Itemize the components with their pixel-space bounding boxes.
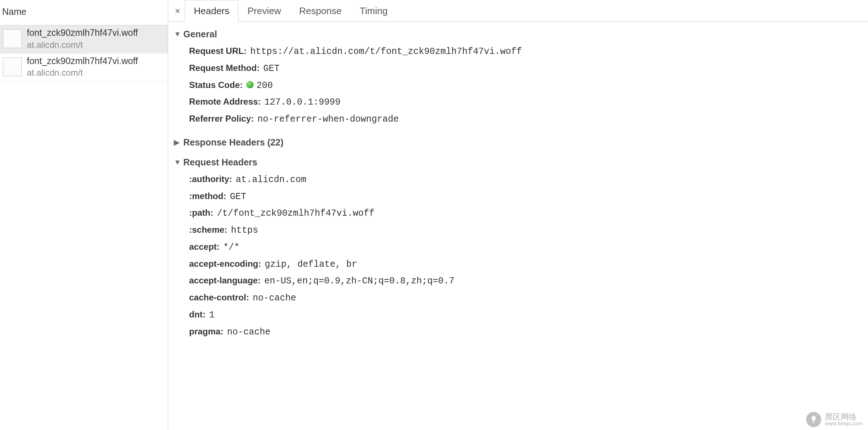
triangle-right-icon bbox=[174, 138, 180, 147]
kv-row: :authority at.alicdn.com bbox=[189, 171, 864, 188]
tab-response[interactable]: Response bbox=[290, 0, 351, 22]
headers-content: General Request URL https://at.alicdn.co… bbox=[168, 22, 868, 340]
kv-row: Referrer Policy no-referrer-when-downgra… bbox=[189, 111, 864, 128]
request-row[interactable]: font_zck90zmlh7hf47vi.woff at.alicdn.com… bbox=[0, 25, 168, 54]
kv-row: :scheme https bbox=[189, 222, 864, 239]
section-title: Request Headers bbox=[183, 157, 257, 168]
request-row[interactable]: font_zck90zmlh7hf47vi.woff at.alicdn.com… bbox=[0, 54, 168, 82]
kv-value: no-cache bbox=[253, 291, 296, 305]
section-request-headers: Request Headers :authority at.alicdn.com… bbox=[174, 157, 864, 341]
kv-key: Status Code bbox=[189, 78, 243, 92]
kv-row: cache-control no-cache bbox=[189, 290, 864, 307]
request-text: font_zck90zmlh7hf47vi.woff at.alicdn.com… bbox=[27, 56, 138, 78]
kv-value: https bbox=[231, 224, 258, 238]
kv-key: :authority bbox=[189, 172, 232, 186]
triangle-down-icon bbox=[174, 30, 180, 38]
triangle-down-icon bbox=[174, 158, 180, 166]
kv-key: accept-encoding bbox=[189, 257, 261, 270]
kv-value: no-cache bbox=[227, 325, 271, 340]
kv-value: 127.0.0.1:9999 bbox=[264, 96, 341, 110]
kv-value: gzip, deflate, br bbox=[265, 258, 357, 272]
request-filename: font_zck90zmlh7hf47vi.woff bbox=[27, 28, 138, 38]
kv-key: :scheme bbox=[189, 223, 227, 236]
kv-value: at.alicdn.com bbox=[236, 173, 306, 187]
kv-key: Request URL bbox=[189, 44, 247, 58]
kv-row: Status Code 200 bbox=[189, 77, 864, 94]
kv-value: */* bbox=[223, 241, 239, 255]
kv-key: :path bbox=[189, 206, 213, 219]
kv-key: Remote Address bbox=[189, 95, 261, 108]
kv-row: pragma no-cache bbox=[189, 324, 864, 341]
kv-value: https://at.alicdn.com/t/font_zck90zmlh7h… bbox=[250, 45, 522, 59]
request-text: font_zck90zmlh7hf47vi.woff at.alicdn.com… bbox=[27, 28, 138, 50]
kv-row: accept-language en-US,en;q=0.9,zh-CN;q=0… bbox=[189, 273, 864, 290]
file-icon bbox=[3, 58, 22, 76]
section-title: General bbox=[183, 29, 217, 39]
kv-row: :method GET bbox=[189, 188, 864, 205]
kv-key: accept bbox=[189, 240, 220, 253]
tab-preview[interactable]: Preview bbox=[238, 0, 290, 22]
kv-row: dnt 1 bbox=[189, 307, 864, 324]
kv-row: Remote Address 127.0.0.1:9999 bbox=[189, 94, 864, 111]
close-icon[interactable]: × bbox=[170, 0, 185, 21]
request-domain: at.alicdn.com/t bbox=[27, 40, 138, 50]
kv-key: dnt bbox=[189, 308, 205, 321]
kv-row: Request URL https://at.alicdn.com/t/font… bbox=[189, 43, 864, 60]
kv-key: accept-language bbox=[189, 274, 260, 287]
tabbar: × Headers Preview Response Timing bbox=[168, 0, 868, 22]
kv-key: pragma bbox=[189, 325, 224, 338]
kv-key: Referrer Policy bbox=[189, 112, 254, 125]
section-toggle-request-headers[interactable]: Request Headers bbox=[174, 157, 864, 168]
kv-value: GET bbox=[230, 190, 246, 204]
kv-key: :method bbox=[189, 189, 226, 203]
kv-value: en-US,en;q=0.9,zh-CN;q=0.8,zh;q=0.7 bbox=[264, 274, 454, 288]
kv-row: Request Method GET bbox=[189, 60, 864, 77]
section-response-headers: Response Headers (22) bbox=[174, 137, 864, 148]
name-panel: Name font_zck90zmlh7hf47vi.woff at.alicd… bbox=[0, 0, 168, 430]
kv-value: 1 bbox=[209, 308, 214, 322]
kv-row: accept */* bbox=[189, 239, 864, 256]
kv-key: cache-control bbox=[189, 291, 249, 304]
kv-value: no-referrer-when-downgrade bbox=[258, 113, 399, 127]
tab-headers[interactable]: Headers bbox=[185, 0, 238, 22]
request-domain: at.alicdn.com/t bbox=[27, 68, 138, 77]
kv-row: :path /t/font_zck90zmlh7hf47vi.woff bbox=[189, 205, 864, 222]
kv-value: GET bbox=[263, 62, 280, 76]
kv-row: accept-encoding gzip, deflate, br bbox=[189, 256, 864, 273]
section-toggle-general[interactable]: General bbox=[174, 29, 864, 39]
kv-key: Request Method bbox=[189, 61, 260, 75]
request-headers-rows: :authority at.alicdn.com :method GET :pa… bbox=[174, 171, 864, 341]
request-list: font_zck90zmlh7hf47vi.woff at.alicdn.com… bbox=[0, 25, 168, 82]
detail-panel: × Headers Preview Response Timing Genera… bbox=[168, 0, 868, 430]
request-filename: font_zck90zmlh7hf47vi.woff bbox=[27, 56, 138, 66]
status-dot-icon bbox=[246, 81, 254, 88]
kv-value: /t/font_zck90zmlh7hf47vi.woff bbox=[217, 207, 375, 221]
kv-value: 200 bbox=[246, 79, 273, 93]
file-icon bbox=[3, 29, 22, 48]
general-rows: Request URL https://at.alicdn.com/t/font… bbox=[174, 43, 864, 128]
tab-timing[interactable]: Timing bbox=[351, 0, 397, 22]
section-general: General Request URL https://at.alicdn.co… bbox=[174, 29, 864, 128]
name-column-header[interactable]: Name bbox=[0, 0, 168, 25]
status-code-text: 200 bbox=[256, 80, 273, 91]
section-title: Response Headers (22) bbox=[183, 137, 284, 148]
section-toggle-response-headers[interactable]: Response Headers (22) bbox=[174, 137, 864, 148]
